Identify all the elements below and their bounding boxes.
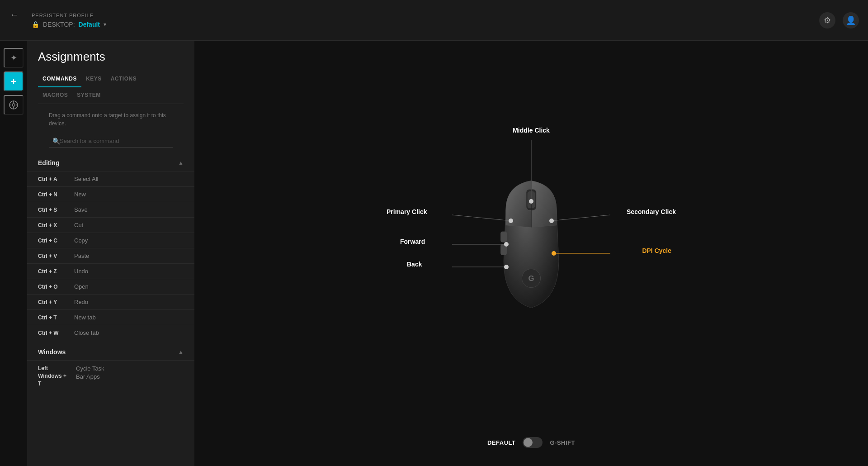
- list-item[interactable]: Ctrl + T New tab: [27, 309, 194, 325]
- lock-icon: 🔒: [32, 21, 39, 28]
- panel-title: Assignments: [38, 50, 184, 64]
- sidebar-item-assignments[interactable]: +: [4, 71, 24, 91]
- main-layout: ✦ + Assignments COMMANDS KEYS ACTIONS: [0, 41, 868, 466]
- list-item[interactable]: Ctrl + Y Redo: [27, 294, 194, 309]
- mouse-svg: G: [486, 176, 576, 312]
- profile-name: Default: [79, 21, 100, 28]
- win-shortcut-label: Left Windows + T: [38, 365, 74, 387]
- mode-toggle-track[interactable]: [523, 437, 542, 448]
- svg-point-1: [12, 104, 15, 106]
- panel-header: Assignments COMMANDS KEYS ACTIONS MACROS…: [27, 41, 194, 155]
- middle-click-label: Middle Click: [513, 127, 550, 134]
- windows-section-header[interactable]: Windows ▲: [27, 344, 194, 360]
- tab-actions[interactable]: ACTIONS: [106, 73, 142, 87]
- forward-label: Forward: [400, 238, 425, 245]
- shortcut-label: Ctrl + V: [38, 253, 74, 259]
- dpi-cycle-label: DPI Cycle: [642, 247, 671, 254]
- list-item[interactable]: Ctrl + V Paste: [27, 248, 194, 263]
- command-label: Select All: [74, 176, 98, 182]
- list-item[interactable]: Ctrl + C Copy: [27, 233, 194, 248]
- shortcut-label: Ctrl + O: [38, 284, 74, 290]
- sidebar-item-lighting[interactable]: ✦: [4, 48, 24, 68]
- shortcut-label: Ctrl + C: [38, 238, 74, 244]
- command-list: Editing ▲ Ctrl + A Select All Ctrl + N N…: [27, 155, 194, 466]
- back-button[interactable]: ←: [6, 6, 23, 23]
- list-item[interactable]: Ctrl + N New: [27, 186, 194, 202]
- sidebar: ✦ +: [0, 41, 27, 466]
- gshift-mode-label: G-SHIFT: [550, 439, 575, 446]
- svg-text:G: G: [528, 274, 534, 283]
- sidebar-item-dpi[interactable]: [4, 95, 24, 115]
- command-label: Redo: [74, 299, 88, 305]
- profile-info: PERSISTENT PROFILE 🔒 DESKTOP: Default ▾: [32, 13, 106, 28]
- chevron-down-icon[interactable]: ▾: [104, 21, 106, 28]
- list-item[interactable]: Ctrl + O Open: [27, 279, 194, 294]
- shortcut-label: Ctrl + T: [38, 314, 74, 321]
- editing-section-title: Editing: [38, 159, 59, 166]
- win-command-label: Cycle Task Bar Apps: [76, 365, 104, 381]
- shortcut-label: Ctrl + A: [38, 176, 74, 182]
- desktop-text: DESKTOP:: [43, 21, 75, 28]
- default-mode-label: DEFAULT: [487, 439, 515, 446]
- list-item[interactable]: Ctrl + Z Undo: [27, 263, 194, 279]
- command-label: Copy: [74, 237, 88, 244]
- back-label: Back: [407, 261, 422, 268]
- command-label: Paste: [74, 252, 89, 259]
- drag-hint: Drag a command onto a target to assign i…: [38, 111, 184, 128]
- tab-macros[interactable]: MACROS: [38, 89, 72, 104]
- list-item[interactable]: Ctrl + X Cut: [27, 217, 194, 233]
- editing-collapse-button[interactable]: ▲: [178, 160, 184, 166]
- windows-section-title: Windows: [38, 348, 66, 356]
- list-item[interactable]: Left Windows + T Cycle Task Bar Apps: [27, 360, 194, 391]
- secondary-click-label: Secondary Click: [627, 208, 676, 215]
- list-item[interactable]: Ctrl + W Close tab: [27, 325, 194, 340]
- right-area: G Middle Click: [194, 41, 868, 466]
- command-label: Close tab: [74, 329, 99, 336]
- user-button[interactable]: 👤: [843, 12, 859, 29]
- desktop-profile: 🔒 DESKTOP: Default ▾: [32, 21, 106, 28]
- mouse-diagram: G Middle Click: [373, 113, 689, 394]
- shortcut-label: Ctrl + Z: [38, 268, 74, 275]
- shortcut-label: Ctrl + X: [38, 222, 74, 228]
- windows-collapse-button[interactable]: ▲: [178, 349, 184, 355]
- persistent-profile-label: PERSISTENT PROFILE: [32, 13, 106, 18]
- command-label: Cut: [74, 222, 83, 228]
- title-bar: ← PERSISTENT PROFILE 🔒 DESKTOP: Default …: [0, 0, 868, 41]
- divider: [38, 104, 184, 104]
- command-label: New tab: [74, 314, 96, 321]
- tab-commands[interactable]: COMMANDS: [38, 73, 81, 87]
- command-label: Undo: [74, 268, 88, 275]
- search-input[interactable]: [49, 135, 173, 147]
- tabs-row-2: MACROS SYSTEM: [38, 87, 184, 104]
- svg-rect-9: [501, 232, 507, 242]
- primary-click-label: Primary Click: [387, 208, 427, 215]
- left-panel: Assignments COMMANDS KEYS ACTIONS MACROS…: [27, 41, 194, 466]
- tab-system[interactable]: SYSTEM: [72, 89, 105, 104]
- settings-button[interactable]: ⚙: [819, 12, 835, 29]
- mode-toggle-thumb: [524, 438, 533, 447]
- svg-rect-10: [501, 244, 507, 255]
- command-label: Save: [74, 206, 88, 213]
- shortcut-label: Ctrl + S: [38, 207, 74, 213]
- tab-keys[interactable]: KEYS: [81, 73, 106, 87]
- shortcut-label: Ctrl + N: [38, 191, 74, 198]
- tabs-row-1: COMMANDS KEYS ACTIONS: [38, 73, 184, 87]
- editing-section-header[interactable]: Editing ▲: [27, 155, 194, 171]
- shortcut-label: Ctrl + Y: [38, 299, 74, 305]
- search-icon: 🔍: [52, 138, 60, 145]
- command-label: New: [74, 191, 86, 198]
- list-item[interactable]: Ctrl + A Select All: [27, 171, 194, 186]
- search-container: 🔍: [38, 135, 184, 147]
- list-item[interactable]: Ctrl + S Save: [27, 202, 194, 217]
- title-bar-right: ⚙ 👤: [819, 12, 859, 29]
- mode-toggle: DEFAULT G-SHIFT: [487, 437, 575, 448]
- command-label: Open: [74, 283, 89, 290]
- shortcut-label: Ctrl + W: [38, 330, 74, 336]
